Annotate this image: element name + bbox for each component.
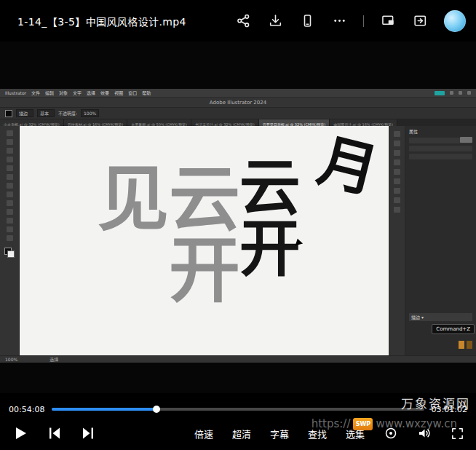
illustrator-status-bar: 100% 选择 <box>0 355 476 363</box>
tool-icon <box>7 183 13 189</box>
video-player-window: 1-14_【3-5】中国风风格设计.mp4 <box>0 0 476 450</box>
illustrator-options-bar: 描边 基本 不透明度: 100% <box>0 108 476 119</box>
fill-swatch <box>5 110 12 117</box>
fill-stroke-swatch <box>4 248 15 258</box>
tool-icon <box>7 148 13 154</box>
tools-panel <box>0 126 20 356</box>
active-tool-label: 选择 <box>49 356 58 363</box>
tool-icon <box>7 157 13 162</box>
progress-row: 00:54:08 03:01:02 <box>0 402 476 417</box>
menu-item: 窗口 <box>128 90 137 96</box>
play-button[interactable] <box>12 425 29 442</box>
fullscreen-icon[interactable] <box>451 427 464 441</box>
menu-item: Illustrator <box>5 90 26 95</box>
menu-item: 对象 <box>59 90 68 96</box>
panel-icon <box>394 197 400 203</box>
mini-player-icon[interactable] <box>412 13 428 29</box>
episodes-button[interactable]: 选集 <box>346 427 365 441</box>
tool-icon <box>7 218 13 224</box>
tool-icon <box>7 235 13 241</box>
panel-icon <box>394 188 400 194</box>
panel-icon <box>394 169 400 175</box>
download-icon[interactable] <box>267 13 283 29</box>
panel-icon <box>394 178 400 184</box>
zoom-level: 100% <box>5 357 17 362</box>
undo-tooltip: Command+Z <box>432 324 475 334</box>
previous-episode-button[interactable] <box>47 425 63 441</box>
opacity-label: 不透明度: <box>58 110 77 117</box>
more-icon[interactable] <box>331 13 347 29</box>
menu-item: 文字 <box>73 90 82 96</box>
player-controls: 倍速 超清 字幕 查找 选集 <box>0 417 476 450</box>
panel-button <box>460 137 472 143</box>
tool-icon <box>7 139 13 145</box>
menu-item: 帮助 <box>142 90 151 96</box>
panel-title: 属性 <box>405 126 476 135</box>
artboard-canvas: 云开见 云开 月 <box>20 126 389 356</box>
tool-icon <box>7 174 13 180</box>
avatar[interactable] <box>444 10 466 32</box>
stroke-dropdown: 描边 ▾ <box>409 313 472 321</box>
panel-icon <box>394 131 400 137</box>
record-icon[interactable] <box>384 426 398 441</box>
title-bar-actions <box>235 10 466 32</box>
illustrator-window: Illustrator 文件 编辑 对象 文字 选择 效果 视图 窗口 帮助 A… <box>0 89 476 363</box>
panel-icon <box>394 207 400 213</box>
tool-icon <box>7 192 13 197</box>
share-icon[interactable] <box>235 13 251 29</box>
menubar-tray-icon <box>467 91 471 95</box>
illustrator-title: Adobe Illustrator 2024 <box>210 100 266 106</box>
tool-icon <box>7 200 13 206</box>
menubar-tray-icon <box>450 91 453 95</box>
menu-item: 视图 <box>114 90 123 96</box>
menubar-tray-icon <box>459 91 462 95</box>
playback-speed-button[interactable]: 倍速 <box>194 427 213 441</box>
video-title: 1-14_【3-5】中国风风格设计.mp4 <box>17 14 186 28</box>
menu-item: 文件 <box>31 90 40 96</box>
color-blocks <box>459 341 472 349</box>
progress-fill <box>52 408 156 411</box>
panel-icon <box>394 141 400 146</box>
calligraphy-gray-text: 云开见 <box>91 161 234 356</box>
quality-button[interactable]: 超清 <box>232 427 251 441</box>
menu-item: 效果 <box>100 90 109 96</box>
panel-row <box>409 146 472 151</box>
progress-handle[interactable] <box>153 406 160 413</box>
next-episode-button[interactable] <box>80 425 96 441</box>
title-bar-divider <box>363 15 364 27</box>
seek-bar[interactable] <box>52 408 424 411</box>
properties-panel: 属性 描边 ▾ Command+Z <box>405 126 476 356</box>
tool-icon <box>7 165 13 171</box>
panel-icon <box>394 159 400 165</box>
tool-icon <box>7 226 13 232</box>
pip-icon[interactable] <box>380 13 396 29</box>
menu-item: 选择 <box>87 90 95 96</box>
illustrator-menubar: Illustrator 文件 编辑 对象 文字 选择 效果 视图 窗口 帮助 <box>0 89 476 97</box>
phone-icon[interactable] <box>299 13 315 29</box>
title-bar: 1-14_【3-5】中国风风格设计.mp4 <box>0 0 476 42</box>
illustrator-titlebar: Adobe Illustrator 2024 <box>0 97 476 108</box>
right-dock: 属性 描边 ▾ Command+Z <box>389 126 476 356</box>
calligraphy-corner-text: 月 <box>311 126 388 209</box>
volume-icon[interactable] <box>417 426 432 441</box>
tool-icon <box>7 130 13 136</box>
panel-icon <box>394 150 400 156</box>
tool-icon <box>7 209 13 215</box>
stroke-field: 描边 <box>16 109 33 117</box>
opacity-value: 100% <box>81 109 99 117</box>
panel-icon-strip <box>389 126 405 356</box>
search-button[interactable]: 查找 <box>308 427 327 441</box>
video-frame[interactable]: Illustrator 文件 编辑 对象 文字 选择 效果 视图 窗口 帮助 A… <box>0 42 476 393</box>
menubar-status-chip <box>435 91 445 95</box>
subtitles-button[interactable]: 字幕 <box>270 427 289 441</box>
profile-dropdown: 基本 <box>37 109 55 117</box>
menu-item: 编辑 <box>45 90 54 96</box>
panel-row <box>409 154 472 159</box>
calligraphy-black-text: 云开 <box>232 155 296 277</box>
total-time: 03:01:02 <box>432 405 467 414</box>
current-time: 00:54:08 <box>9 405 44 414</box>
